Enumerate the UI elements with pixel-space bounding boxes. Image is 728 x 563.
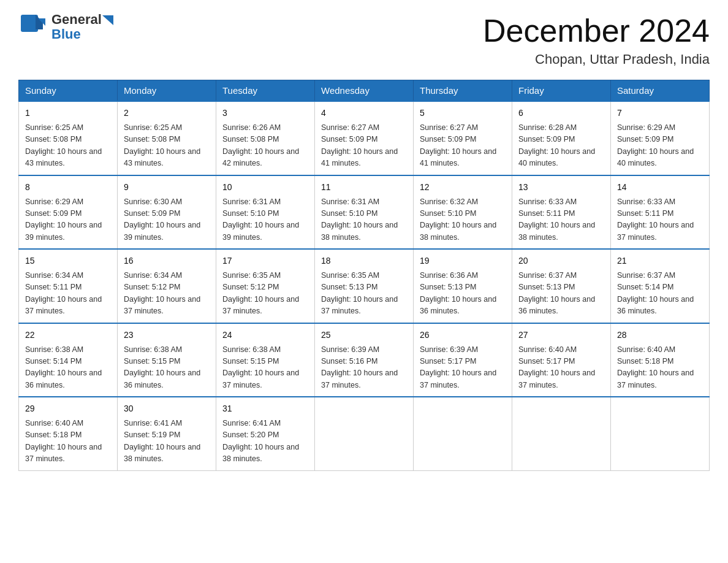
calendar-cell <box>315 397 414 470</box>
header-tuesday: Tuesday <box>216 80 315 102</box>
day-number: 17 <box>222 255 308 267</box>
day-number: 30 <box>124 402 210 415</box>
calendar-cell: 5Sunrise: 6:27 AMSunset: 5:09 PMDaylight… <box>414 101 512 175</box>
day-info: Sunrise: 6:33 AMSunset: 5:11 PMDaylight:… <box>617 196 703 244</box>
calendar-cell: 9Sunrise: 6:30 AMSunset: 5:09 PMDaylight… <box>118 175 216 250</box>
day-info: Sunrise: 6:37 AMSunset: 5:14 PMDaylight:… <box>617 270 703 318</box>
day-info: Sunrise: 6:31 AMSunset: 5:10 PMDaylight:… <box>222 196 308 244</box>
day-number: 10 <box>222 181 308 194</box>
day-info: Sunrise: 6:40 AMSunset: 5:17 PMDaylight:… <box>518 344 604 392</box>
header-saturday: Saturday <box>611 80 710 102</box>
calendar-cell: 27Sunrise: 6:40 AMSunset: 5:17 PMDayligh… <box>512 323 611 397</box>
day-number: 21 <box>617 255 703 267</box>
day-info: Sunrise: 6:38 AMSunset: 5:15 PMDaylight:… <box>124 344 210 392</box>
day-info: Sunrise: 6:38 AMSunset: 5:14 PMDaylight:… <box>25 344 111 392</box>
day-number: 23 <box>124 329 210 342</box>
page-title: December 2024 <box>483 12 710 49</box>
day-info: Sunrise: 6:29 AMSunset: 5:09 PMDaylight:… <box>617 122 703 170</box>
calendar-cell: 15Sunrise: 6:34 AMSunset: 5:11 PMDayligh… <box>19 249 118 323</box>
calendar-cell: 30Sunrise: 6:41 AMSunset: 5:19 PMDayligh… <box>118 397 216 470</box>
title-block: December 2024 Chopan, Uttar Pradesh, Ind… <box>483 12 710 67</box>
day-number: 9 <box>124 181 210 194</box>
day-info: Sunrise: 6:31 AMSunset: 5:10 PMDaylight:… <box>321 196 407 244</box>
day-info: Sunrise: 6:40 AMSunset: 5:18 PMDaylight:… <box>25 418 111 465</box>
header-friday: Friday <box>512 80 611 102</box>
calendar-cell: 31Sunrise: 6:41 AMSunset: 5:20 PMDayligh… <box>216 397 315 470</box>
calendar-cell: 18Sunrise: 6:35 AMSunset: 5:13 PMDayligh… <box>315 249 414 323</box>
calendar-cell: 29Sunrise: 6:40 AMSunset: 5:18 PMDayligh… <box>19 397 118 470</box>
header-sunday: Sunday <box>19 80 118 102</box>
calendar-cell: 22Sunrise: 6:38 AMSunset: 5:14 PMDayligh… <box>19 323 118 397</box>
day-number: 27 <box>518 329 604 342</box>
calendar-cell: 10Sunrise: 6:31 AMSunset: 5:10 PMDayligh… <box>216 175 315 250</box>
day-info: Sunrise: 6:35 AMSunset: 5:12 PMDaylight:… <box>222 270 308 318</box>
calendar-week-3: 15Sunrise: 6:34 AMSunset: 5:11 PMDayligh… <box>19 249 710 323</box>
calendar-header-row: SundayMondayTuesdayWednesdayThursdayFrid… <box>19 80 710 102</box>
calendar-cell: 2Sunrise: 6:25 AMSunset: 5:08 PMDaylight… <box>118 101 216 175</box>
day-number: 29 <box>25 402 111 415</box>
day-info: Sunrise: 6:34 AMSunset: 5:12 PMDaylight:… <box>124 270 210 318</box>
calendar-cell: 1Sunrise: 6:25 AMSunset: 5:08 PMDaylight… <box>19 101 118 175</box>
calendar-cell: 3Sunrise: 6:26 AMSunset: 5:08 PMDaylight… <box>216 101 315 175</box>
calendar-cell: 13Sunrise: 6:33 AMSunset: 5:11 PMDayligh… <box>512 175 611 250</box>
day-info: Sunrise: 6:33 AMSunset: 5:11 PMDaylight:… <box>518 196 604 244</box>
day-info: Sunrise: 6:32 AMSunset: 5:10 PMDaylight:… <box>420 196 506 244</box>
day-info: Sunrise: 6:37 AMSunset: 5:13 PMDaylight:… <box>518 270 604 318</box>
calendar-cell: 4Sunrise: 6:27 AMSunset: 5:09 PMDaylight… <box>315 101 414 175</box>
calendar-cell: 7Sunrise: 6:29 AMSunset: 5:09 PMDaylight… <box>611 101 710 175</box>
day-info: Sunrise: 6:39 AMSunset: 5:17 PMDaylight:… <box>420 344 506 392</box>
day-number: 20 <box>518 255 604 267</box>
calendar-cell: 11Sunrise: 6:31 AMSunset: 5:10 PMDayligh… <box>315 175 414 250</box>
calendar-week-2: 8Sunrise: 6:29 AMSunset: 5:09 PMDaylight… <box>19 175 710 250</box>
day-number: 19 <box>420 255 506 267</box>
svg-marker-3 <box>102 15 113 25</box>
calendar-cell: 24Sunrise: 6:38 AMSunset: 5:15 PMDayligh… <box>216 323 315 397</box>
calendar-cell <box>611 397 710 470</box>
day-info: Sunrise: 6:35 AMSunset: 5:13 PMDaylight:… <box>321 270 407 318</box>
header-wednesday: Wednesday <box>315 80 414 102</box>
day-info: Sunrise: 6:27 AMSunset: 5:09 PMDaylight:… <box>321 122 407 170</box>
day-info: Sunrise: 6:41 AMSunset: 5:20 PMDaylight:… <box>222 418 308 465</box>
logo-text: General <box>51 12 113 27</box>
day-number: 1 <box>25 107 111 120</box>
calendar-week-4: 22Sunrise: 6:38 AMSunset: 5:14 PMDayligh… <box>19 323 710 397</box>
calendar-cell: 14Sunrise: 6:33 AMSunset: 5:11 PMDayligh… <box>611 175 710 250</box>
logo-general: General <box>51 12 102 27</box>
calendar-cell <box>512 397 611 470</box>
logo-triangle-icon <box>102 15 113 25</box>
day-info: Sunrise: 6:26 AMSunset: 5:08 PMDaylight:… <box>222 122 308 170</box>
calendar-cell: 26Sunrise: 6:39 AMSunset: 5:17 PMDayligh… <box>414 323 512 397</box>
day-info: Sunrise: 6:28 AMSunset: 5:09 PMDaylight:… <box>518 122 604 170</box>
calendar-table: SundayMondayTuesdayWednesdayThursdayFrid… <box>18 80 710 471</box>
day-number: 3 <box>222 107 308 120</box>
day-number: 15 <box>25 255 111 267</box>
calendar-cell: 20Sunrise: 6:37 AMSunset: 5:13 PMDayligh… <box>512 249 611 323</box>
day-number: 24 <box>222 329 308 342</box>
page-subtitle: Chopan, Uttar Pradesh, India <box>483 52 710 67</box>
day-info: Sunrise: 6:27 AMSunset: 5:09 PMDaylight:… <box>420 122 506 170</box>
day-info: Sunrise: 6:34 AMSunset: 5:11 PMDaylight:… <box>25 270 111 318</box>
calendar-cell <box>414 397 512 470</box>
day-info: Sunrise: 6:25 AMSunset: 5:08 PMDaylight:… <box>25 122 111 170</box>
calendar-cell: 8Sunrise: 6:29 AMSunset: 5:09 PMDaylight… <box>19 175 118 250</box>
calendar-cell: 17Sunrise: 6:35 AMSunset: 5:12 PMDayligh… <box>216 249 315 323</box>
day-number: 31 <box>222 402 308 415</box>
page-header: General Blue December 2024 Chopan, Uttar… <box>18 12 710 67</box>
calendar-cell: 23Sunrise: 6:38 AMSunset: 5:15 PMDayligh… <box>118 323 216 397</box>
day-number: 14 <box>617 181 703 194</box>
day-number: 5 <box>420 107 506 120</box>
day-number: 16 <box>124 255 210 267</box>
day-info: Sunrise: 6:41 AMSunset: 5:19 PMDaylight:… <box>124 418 210 465</box>
calendar-cell: 25Sunrise: 6:39 AMSunset: 5:16 PMDayligh… <box>315 323 414 397</box>
day-number: 6 <box>518 107 604 120</box>
calendar-cell: 21Sunrise: 6:37 AMSunset: 5:14 PMDayligh… <box>611 249 710 323</box>
calendar-cell: 12Sunrise: 6:32 AMSunset: 5:10 PMDayligh… <box>414 175 512 250</box>
logo-icon <box>18 12 48 42</box>
header-thursday: Thursday <box>414 80 512 102</box>
calendar-cell: 19Sunrise: 6:36 AMSunset: 5:13 PMDayligh… <box>414 249 512 323</box>
logo: General Blue <box>18 12 113 42</box>
calendar-cell: 28Sunrise: 6:40 AMSunset: 5:18 PMDayligh… <box>611 323 710 397</box>
day-info: Sunrise: 6:36 AMSunset: 5:13 PMDaylight:… <box>420 270 506 318</box>
day-info: Sunrise: 6:25 AMSunset: 5:08 PMDaylight:… <box>124 122 210 170</box>
logo-blue: Blue <box>51 27 113 42</box>
